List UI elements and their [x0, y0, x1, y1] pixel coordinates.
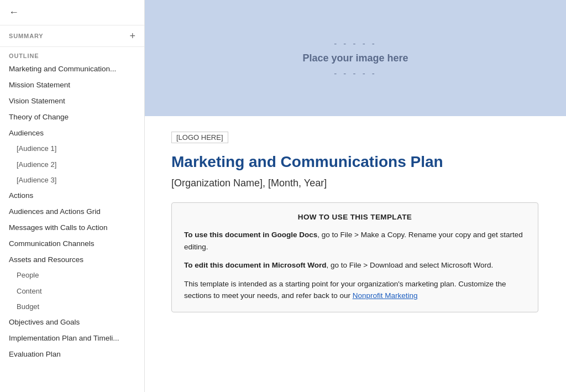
how-to-para2-bold: To edit this document in Microsoft Word: [184, 261, 327, 269]
how-to-para-2: To edit this document in Microsoft Word,…: [184, 259, 526, 271]
nonprofit-marketing-link[interactable]: Nonprofit Marketing: [353, 291, 418, 300]
sidebar-item-implementation[interactable]: Implementation Plan and Timeli...: [0, 331, 144, 347]
how-to-para2-rest: , go to File > Download and select Micro…: [327, 261, 494, 269]
sidebar-item-budget[interactable]: Budget: [0, 299, 144, 315]
image-dashes-top: - - - - -: [334, 39, 377, 48]
how-to-title: HOW TO USE THIS TEMPLATE: [184, 213, 526, 221]
summary-section: SUMMARY +: [0, 25, 144, 47]
how-to-para-3: This template is intended as a starting …: [184, 278, 526, 302]
image-placeholder-text: Place your image here: [302, 53, 408, 64]
sidebar-item-theory[interactable]: Theory of Change: [0, 109, 144, 126]
sidebar-item-assets[interactable]: Assets and Resources: [0, 252, 144, 268]
outline-label: OUTLINE: [0, 47, 144, 61]
sidebar-item-audience2[interactable]: [Audience 2]: [0, 157, 144, 173]
sidebar-item-evaluation[interactable]: Evaluation Plan: [0, 347, 144, 363]
sidebar-item-objectives[interactable]: Objectives and Goals: [0, 315, 144, 331]
logo-placeholder: [LOGO HERE]: [171, 132, 228, 143]
sidebar-item-people[interactable]: People: [0, 268, 144, 283]
sidebar-item-audiences[interactable]: Audiences: [0, 126, 144, 142]
document-body: [LOGO HERE] Marketing and Communications…: [145, 116, 565, 330]
outline-list: Marketing and Communication...Mission St…: [0, 61, 144, 372]
sidebar-item-audience3[interactable]: [Audience 3]: [0, 173, 144, 188]
sidebar-item-audiences-grid[interactable]: Audiences and Actions Grid: [0, 204, 144, 220]
document-subtitle: [Organization Name], [Month, Year]: [171, 177, 538, 189]
image-placeholder-banner: - - - - - Place your image here - - - - …: [145, 0, 566, 116]
sidebar-item-messages[interactable]: Messages with Calls to Action: [0, 220, 144, 236]
how-to-para3-text: This template is intended as a starting …: [184, 280, 506, 300]
document-title: Marketing and Communications Plan: [171, 153, 538, 171]
how-to-template-box: HOW TO USE THIS TEMPLATE To use this doc…: [171, 202, 538, 312]
sidebar-item-channels[interactable]: Communication Channels: [0, 236, 144, 252]
how-to-para-1: To use this document in Google Docs, go …: [184, 229, 526, 253]
how-to-para1-bold: To use this document in Google Docs: [184, 231, 317, 239]
main-content: - - - - - Place your image here - - - - …: [145, 0, 566, 392]
image-dashes-bottom: - - - - -: [334, 69, 377, 78]
sidebar-item-content[interactable]: Content: [0, 284, 144, 299]
sidebar-item-marketing[interactable]: Marketing and Communication...: [0, 61, 144, 77]
sidebar-item-vision[interactable]: Vision Statement: [0, 93, 144, 109]
back-arrow-icon[interactable]: ←: [9, 7, 19, 18]
summary-label: SUMMARY: [9, 33, 44, 39]
back-button[interactable]: ←: [0, 0, 144, 25]
sidebar-item-audience1[interactable]: [Audience 1]: [0, 141, 144, 156]
sidebar-item-actions[interactable]: Actions: [0, 188, 144, 204]
sidebar: ← SUMMARY + OUTLINE Marketing and Commun…: [0, 0, 145, 392]
sidebar-item-mission[interactable]: Mission Statement: [0, 77, 144, 93]
add-section-button[interactable]: +: [129, 31, 135, 41]
